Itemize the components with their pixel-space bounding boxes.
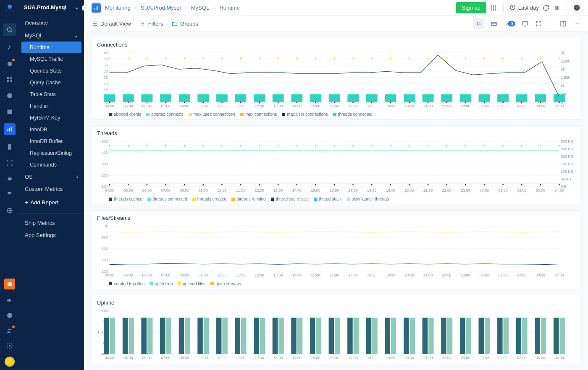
- filters-button[interactable]: Filters: [139, 21, 163, 27]
- legend-item[interactable]: open files: [150, 281, 173, 286]
- breadcrumb-monitoring[interactable]: Monitoring: [105, 5, 131, 11]
- svg-point-132: [371, 102, 373, 103]
- help-icon[interactable]: ?: [573, 4, 580, 12]
- svg-text:2,50k: 2,50k: [561, 59, 570, 63]
- legend-item[interactable]: threads created: [192, 197, 227, 201]
- chart-plot[interactable]: 454035302520151053k2,50k2k1,50k1k500004:…: [97, 50, 575, 110]
- svg-point-139: [502, 102, 504, 103]
- legend-item[interactable]: opened files: [178, 281, 205, 286]
- svg-text:09:00: 09:00: [199, 104, 208, 108]
- fullscreen-icon[interactable]: [535, 20, 542, 28]
- svg-rect-10: [9, 128, 10, 131]
- breadcrumb-app[interactable]: SUA.Prod.Mysql: [141, 5, 181, 11]
- legend-item[interactable]: threads cached: [109, 197, 142, 201]
- apps-icon[interactable]: [490, 4, 497, 12]
- legend-item[interactable]: max user connections: [282, 112, 328, 117]
- svg-text:10:00: 10:00: [217, 355, 226, 360]
- rocket-icon[interactable]: [5, 44, 14, 52]
- legend-item[interactable]: max connections: [240, 112, 277, 117]
- gear-icon[interactable]: [5, 341, 14, 350]
- legend-item[interactable]: thread cache size: [271, 197, 309, 201]
- svg-rect-354: [541, 318, 546, 354]
- grid-icon[interactable]: [5, 76, 14, 84]
- legend-item[interactable]: aborted clients: [109, 112, 141, 117]
- sidebar-sub-handler[interactable]: Handler: [19, 100, 84, 112]
- sidebar-sub-queries-stats[interactable]: Queries Stats: [19, 65, 84, 77]
- sidebar-item-os[interactable]: OS›: [19, 171, 84, 183]
- bell-icon[interactable]: [473, 18, 484, 29]
- sidebar-sub-mysql-traffic[interactable]: MySQL Traffic: [19, 53, 84, 65]
- doc-icon[interactable]: [5, 143, 14, 151]
- svg-point-221: [278, 184, 279, 185]
- sidebar-sub-replication-binlog[interactable]: Replication/Binlog: [19, 147, 84, 159]
- mail-icon[interactable]: [490, 20, 498, 28]
- megaphone-icon[interactable]: [5, 296, 14, 305]
- more-icon[interactable]: [573, 20, 580, 28]
- svg-rect-307: [104, 318, 109, 354]
- svg-text:19:00: 19:00: [386, 355, 395, 360]
- time-range-selector[interactable]: Last day: [509, 4, 539, 12]
- app-selector[interactable]: SUA.Prod.Mysql ⌄: [19, 0, 84, 15]
- svg-text:04:00: 04:00: [105, 104, 114, 108]
- svg-point-142: [559, 102, 560, 103]
- add-report-button[interactable]: +Add Report: [19, 195, 84, 210]
- collapse-sidebar-button[interactable]: ‹: [82, 5, 88, 11]
- chart-title: Threads: [97, 130, 575, 136]
- flag-icon[interactable]: [5, 190, 14, 199]
- sidebar-sub-runtime[interactable]: Runtime: [21, 42, 81, 53]
- sidebar-item-settings[interactable]: App Settings: [19, 229, 84, 241]
- svg-text:22:00: 22:00: [442, 273, 452, 277]
- sidebar-sub-myisam-key[interactable]: MyISAM Key: [19, 112, 84, 124]
- chart-plot[interactable]: 2,50m2m1,50m1m500k04:0005:0006:0007:0008…: [97, 308, 575, 362]
- svg-rect-71: [160, 94, 171, 102]
- sidebar-sub-table-stats[interactable]: Table Stats: [19, 89, 84, 100]
- signup-button[interactable]: Sign up: [456, 2, 486, 13]
- gift-icon[interactable]: [4, 279, 15, 289]
- sidebar-sub-commands[interactable]: Commands: [19, 159, 84, 171]
- sidebar-item-ship[interactable]: Ship Metrics: [19, 217, 84, 229]
- groups-button[interactable]: Groups: [171, 21, 198, 27]
- monitoring-icon[interactable]: [4, 123, 16, 135]
- sidebar-item-overview[interactable]: Overview: [19, 17, 84, 29]
- search-icon[interactable]: [3, 23, 16, 36]
- legend-item[interactable]: thread stack: [314, 197, 341, 201]
- sidebar: SUA.Prod.Mysql ⌄ ‹ Overview MySQL⌄ Runti…: [19, 0, 84, 370]
- chart-plot[interactable]: 500400300200100300 KB250 KB200 KB150 KB1…: [97, 139, 575, 195]
- legend-item[interactable]: threads connected: [333, 112, 373, 117]
- panel-icon[interactable]: [559, 20, 567, 28]
- svg-text:05:00: 05:00: [123, 104, 133, 108]
- logo-icon[interactable]: [5, 3, 15, 16]
- globe-icon[interactable]: [5, 206, 14, 215]
- legend-item[interactable]: slow launch threads: [347, 197, 389, 201]
- legend-item[interactable]: created tmp files: [109, 281, 144, 286]
- svg-text:23:00: 23:00: [461, 273, 470, 277]
- team-icon[interactable]: [5, 326, 14, 335]
- legend-item[interactable]: open streams: [210, 281, 241, 286]
- alert-icon[interactable]: [5, 91, 14, 100]
- legend-item[interactable]: threads running: [231, 197, 266, 201]
- sidebar-sub-innodb-buffer[interactable]: InnoDB Buffer: [19, 135, 84, 147]
- sidebar-item-custom[interactable]: Custom Metrics: [19, 183, 84, 195]
- help-icon[interactable]: [5, 311, 14, 320]
- avatar[interactable]: [5, 357, 15, 367]
- legend-item[interactable]: threads connected: [147, 197, 187, 201]
- refresh-icon[interactable]: [542, 4, 550, 12]
- robot-icon[interactable]: [5, 175, 14, 183]
- dashboard-icon[interactable]: [5, 60, 14, 68]
- svg-text:20:00: 20:00: [404, 104, 414, 108]
- sidebar-sub-innodb[interactable]: InnoDB: [19, 124, 84, 135]
- calendar-icon[interactable]: [5, 107, 14, 116]
- svg-rect-70: [142, 94, 153, 102]
- pause-icon[interactable]: [553, 4, 561, 12]
- svg-point-111: [446, 58, 447, 59]
- sidebar-item-mysql[interactable]: MySQL⌄: [19, 29, 84, 42]
- svg-point-190: [184, 146, 185, 147]
- svg-rect-324: [260, 318, 265, 354]
- monitor-icon[interactable]: [521, 20, 529, 28]
- scan-icon[interactable]: [5, 159, 14, 167]
- chart-plot[interactable]: 1k80060040020004:0005:0006:0007:0008:000…: [97, 224, 575, 280]
- legend-item[interactable]: aborted connects: [146, 112, 184, 117]
- legend-item[interactable]: max used connections: [189, 112, 236, 117]
- default-view-button[interactable]: ☰Default View: [92, 21, 131, 27]
- sidebar-sub-query-cache[interactable]: Query Cache: [19, 77, 84, 89]
